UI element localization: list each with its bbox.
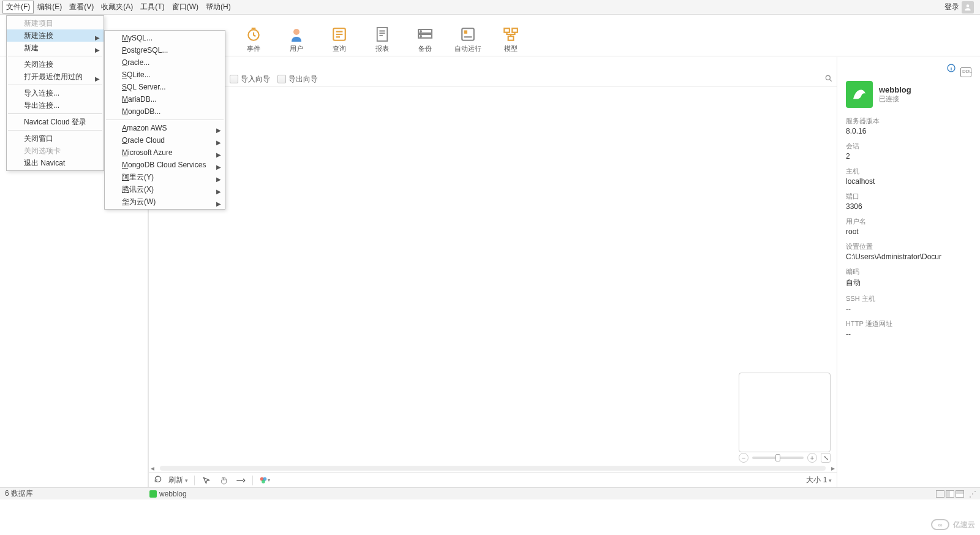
svg-point-16 (420, 36, 421, 37)
svg-rect-21 (508, 36, 514, 40)
search-button[interactable] (824, 74, 833, 85)
info-field: 端口3306 (846, 192, 971, 211)
field-label: 编码 (846, 267, 971, 276)
menu-window[interactable]: 窗口(W) (168, 1, 202, 13)
menu-edit[interactable]: 编辑(E) (34, 1, 66, 13)
menu-item[interactable]: Navicat Cloud 登录 (7, 116, 104, 128)
field-label: 用户名 (846, 217, 971, 226)
op-label: 导出向导 (288, 74, 318, 85)
submenu-item[interactable]: 阿里云(Y)▶ (105, 171, 225, 183)
menu-item[interactable]: 关闭窗口 (7, 132, 104, 145)
menu-item[interactable]: 导入连接... (7, 87, 104, 99)
svg-point-10 (293, 29, 300, 35)
submenu-item[interactable]: 华为云(W)▶ (105, 195, 225, 208)
op-import[interactable]: 导入向导 (230, 74, 270, 85)
login-label: 登录 (944, 2, 959, 12)
tool-model[interactable]: 模型 (496, 26, 526, 53)
scroll-left-icon[interactable]: ◂ (149, 465, 156, 472)
size-dropdown[interactable]: 大小 1 (806, 475, 832, 485)
tool-user[interactable]: 用户 (282, 26, 311, 53)
tool-label: 备份 (418, 44, 432, 53)
report-icon (372, 26, 392, 43)
field-label: 服务器版本 (846, 116, 971, 126)
minimap[interactable] (739, 373, 831, 452)
submenu-item[interactable]: Oracle Cloud▶ (105, 134, 225, 146)
submenu-item[interactable]: MongoDB... (105, 105, 225, 118)
ddl-icon[interactable]: DDL (960, 67, 971, 77)
watermark-icon: ∞ (931, 519, 949, 530)
submenu-item[interactable]: Amazon AWS▶ (105, 122, 225, 134)
submenu-item[interactable]: MariaDB... (105, 93, 225, 105)
import-icon (230, 75, 238, 83)
submenu-item[interactable]: Oracle... (105, 56, 225, 69)
menu-tools[interactable]: 工具(T) (137, 1, 168, 13)
connection-dot-icon (149, 490, 157, 498)
menu-view[interactable]: 查看(V) (66, 1, 97, 13)
tool-auto[interactable]: 自动运行 (453, 26, 483, 53)
submenu-item[interactable]: 腾讯云(X)▶ (105, 183, 225, 195)
pointer-tool[interactable] (201, 475, 212, 486)
menu-item[interactable]: 关闭连接 (7, 58, 104, 70)
object-footer: 刷新 ▾ 大小 1 (149, 472, 837, 487)
status-connection: webblog (149, 490, 187, 498)
info-field: 会话2 (846, 142, 971, 161)
tool-label: 事件 (247, 44, 260, 53)
submenu-item[interactable]: SQLite... (105, 69, 225, 81)
horizontal-scrollbar[interactable]: ◂ ▸ (149, 465, 837, 472)
auto-icon (458, 26, 478, 43)
submenu-item[interactable]: SQL Server... (105, 81, 225, 93)
info-icon[interactable] (945, 63, 956, 73)
info-field: 编码自动 (846, 267, 971, 288)
info-panel: DDL webblog 已连接 服务器版本8.0.16会话2主机localhos… (837, 57, 980, 487)
avatar-icon (962, 1, 974, 13)
svg-rect-17 (462, 28, 474, 40)
zoom-slider[interactable] (752, 457, 804, 459)
field-label: 设置位置 (846, 242, 971, 251)
model-icon (501, 26, 521, 43)
tool-backup[interactable]: 备份 (410, 26, 440, 53)
menu-item[interactable]: 打开最近使用过的▶ (7, 70, 104, 83)
zoom-controls: − + ⤡ (739, 453, 831, 463)
menu-item[interactable]: 导出连接... (7, 99, 104, 112)
user-icon (287, 26, 306, 43)
menu-file[interactable]: 文件(F) (2, 1, 34, 13)
view-mode-icons[interactable] (936, 490, 964, 498)
menu-fav[interactable]: 收藏夹(A) (97, 1, 137, 13)
field-label: 端口 (846, 192, 971, 201)
hand-tool[interactable] (218, 475, 229, 486)
zoom-knob[interactable] (775, 454, 780, 461)
tool-label: 模型 (504, 44, 518, 53)
submenu-item[interactable]: Microsoft Azure▶ (105, 146, 225, 159)
menu-item[interactable]: 新建▶ (7, 42, 104, 54)
menu-item: 新建项目 (7, 17, 104, 29)
scroll-track[interactable] (160, 466, 826, 471)
field-label: HTTP 通道网址 (846, 319, 971, 328)
color-tool[interactable]: ▾ (259, 475, 270, 486)
resize-grip-icon[interactable]: ⋰ (969, 490, 975, 498)
refresh-dropdown[interactable]: 刷新 (168, 475, 188, 485)
tool-report[interactable]: 报表 (368, 26, 397, 53)
tool-query[interactable]: 查询 (325, 26, 354, 53)
menu-item[interactable]: 退出 Navicat (7, 157, 104, 169)
field-value: -- (846, 305, 971, 313)
zoom-fit-button[interactable]: ⤡ (821, 453, 831, 463)
tool-event[interactable]: 事件 (239, 26, 268, 53)
info-field: 设置位置C:\Users\Administrator\Docur (846, 242, 971, 261)
zoom-in-button[interactable]: + (807, 453, 817, 463)
link-tool[interactable] (235, 475, 246, 486)
field-value: C:\Users\Administrator\Docur (846, 252, 971, 261)
menu-help[interactable]: 帮助(H) (202, 1, 235, 13)
scroll-right-icon[interactable]: ▸ (829, 465, 837, 472)
submenu-item[interactable]: PostgreSQL... (105, 44, 225, 56)
refresh-button[interactable] (154, 475, 162, 485)
op-export[interactable]: 导出向导 (277, 74, 318, 85)
zoom-out-button[interactable]: − (739, 453, 748, 463)
submenu-item[interactable]: MongoDB Cloud Services▶ (105, 159, 225, 171)
info-field: SSH 主机-- (846, 294, 971, 313)
submenu-item[interactable]: MySQL... (105, 32, 225, 44)
menu-item[interactable]: 新建连接▶ (7, 29, 104, 42)
svg-rect-12 (377, 28, 388, 41)
field-label: SSH 主机 (846, 294, 971, 303)
tool-label: 用户 (290, 44, 303, 53)
login-link[interactable]: 登录 (944, 1, 978, 13)
